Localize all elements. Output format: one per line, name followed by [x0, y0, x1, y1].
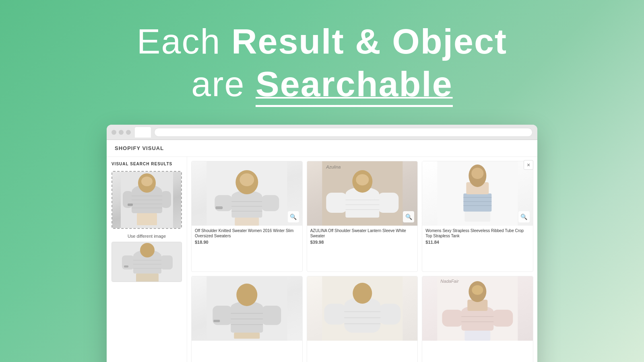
dot-red [111, 130, 116, 135]
product-name-6 [425, 343, 530, 354]
headline-line2-bold: Searchable [256, 63, 453, 107]
dot-green [126, 130, 131, 135]
product-info-2: AZULINA Off Shoulder Sweater Lantern Sle… [307, 226, 418, 247]
product-info-6 [422, 341, 533, 357]
headline-line1: Each Result & Object [137, 20, 507, 63]
svg-rect-49 [464, 193, 492, 212]
product-info-5 [307, 341, 418, 357]
headline-section: Each Result & Object are Searchable [137, 20, 507, 107]
dot-yellow [119, 130, 124, 135]
svg-rect-71 [324, 304, 346, 325]
svg-rect-2 [132, 191, 162, 213]
product-card-6[interactable]: NadaFair [422, 276, 533, 362]
svg-rect-29 [261, 195, 279, 211]
product-4-svg [192, 276, 302, 341]
query-image-box[interactable] [111, 171, 182, 229]
product-image-6: NadaFair [422, 276, 533, 341]
browser-content: SHOPIFY VISUAL VISUAL SEARCH RESULTS [107, 140, 537, 362]
product-2-svg: Azulina [307, 161, 418, 226]
product-card-4[interactable] [191, 276, 303, 362]
svg-rect-9 [137, 213, 157, 225]
headline-line1-normal: Each [137, 21, 231, 61]
svg-text:NadaFair: NadaFair [441, 279, 460, 284]
product-image-1: 🔍 [192, 161, 302, 226]
svg-rect-12 [128, 204, 133, 206]
second-query-svg [112, 242, 182, 282]
browser-titlebar [107, 125, 537, 140]
svg-rect-82 [492, 310, 513, 327]
svg-rect-41 [378, 193, 398, 213]
close-button[interactable]: × [524, 160, 533, 170]
svg-rect-36 [215, 206, 223, 209]
svg-rect-67 [213, 320, 220, 322]
search-icon-overlay-1[interactable]: 🔍 [288, 211, 299, 222]
product-image-2: Azulina 🔍 [307, 161, 418, 226]
svg-point-22 [140, 243, 155, 257]
store-header: SHOPIFY VISUAL [107, 140, 537, 157]
product-5-svg [307, 276, 418, 341]
product-card-1[interactable]: 🔍 Off Shoulder Knitted Sweater Women 201… [191, 161, 303, 272]
svg-rect-40 [326, 193, 347, 213]
product-card-5[interactable] [307, 276, 418, 362]
product-info-1: Off Shoulder Knitted Sweater Women 2016 … [192, 226, 302, 247]
product-image-3: 🔍 [422, 161, 533, 226]
product-name-1: Off Shoulder Knitted Sweater Women 2016 … [195, 228, 299, 239]
product-info-4 [192, 341, 302, 357]
product-info-3: Womens Sexy Strapless Sleeveless Ribbed … [422, 226, 533, 247]
headline-line1-bold: Result & Object [231, 21, 507, 61]
product-image-4 [192, 276, 302, 341]
browser-dots [111, 130, 131, 135]
search-icon-overlay-3[interactable]: 🔍 [518, 211, 530, 222]
svg-rect-21 [136, 274, 159, 282]
product-name-2: AZULINA Off Shoulder Sweater Lantern Sle… [310, 228, 415, 239]
svg-point-35 [239, 173, 254, 186]
browser-tab[interactable] [135, 127, 151, 138]
product-price-3: $11.84 [425, 240, 530, 245]
headline-line2: are Searchable [137, 63, 507, 107]
svg-rect-72 [378, 304, 400, 325]
results-grid: 🔍 Off Shoulder Knitted Sweater Women 201… [187, 157, 537, 362]
product-1-svg [192, 161, 302, 226]
product-name-3: Womens Sexy Strapless Sleeveless Ribbed … [425, 228, 530, 239]
query-image [112, 172, 181, 228]
svg-point-56 [472, 168, 484, 179]
query-image-svg [121, 172, 173, 228]
product-6-svg: NadaFair [422, 276, 533, 341]
svg-rect-33 [235, 218, 259, 226]
product-price-1: $18.90 [195, 240, 299, 245]
store-name: SHOPIFY VISUAL [115, 145, 164, 151]
product-card-2[interactable]: Azulina 🔍 AZULINA Off Shoulder Sweater L… [307, 161, 418, 272]
svg-point-76 [353, 283, 372, 304]
browser-window: SHOPIFY VISUAL VISUAL SEARCH RESULTS [107, 125, 537, 362]
browser-urlbar[interactable] [154, 128, 533, 137]
use-different-image-button[interactable]: Use different image [111, 232, 182, 242]
product-name-5 [310, 343, 415, 354]
svg-point-11 [141, 177, 153, 186]
svg-rect-23 [124, 265, 128, 267]
product-card-3[interactable]: 🔍 Womens Sexy Strapless Sleeveless Ribbe… [422, 161, 533, 272]
svg-rect-81 [442, 310, 463, 327]
svg-point-46 [356, 174, 369, 185]
svg-rect-53 [465, 212, 491, 222]
search-icon-overlay-2[interactable]: 🔍 [403, 211, 414, 222]
product-name-4 [195, 343, 299, 354]
svg-text:Azulina: Azulina [326, 165, 341, 169]
second-query-image-box[interactable] [111, 242, 182, 282]
svg-rect-17 [161, 255, 173, 269]
svg-point-86 [472, 285, 483, 295]
svg-rect-83 [465, 331, 491, 341]
svg-point-66 [236, 284, 257, 306]
visual-search-panel: VISUAL SEARCH RESULTS [107, 157, 187, 362]
product-price-2: $39.98 [310, 240, 415, 245]
svg-rect-65 [234, 333, 260, 339]
headline-line2-normal: are [191, 64, 256, 104]
svg-rect-4 [161, 191, 171, 208]
svg-rect-16 [122, 255, 134, 269]
product-3-svg [422, 161, 533, 226]
product-image-5 [307, 276, 418, 341]
panel-title: VISUAL SEARCH RESULTS [111, 162, 182, 166]
svg-rect-61 [262, 306, 281, 325]
